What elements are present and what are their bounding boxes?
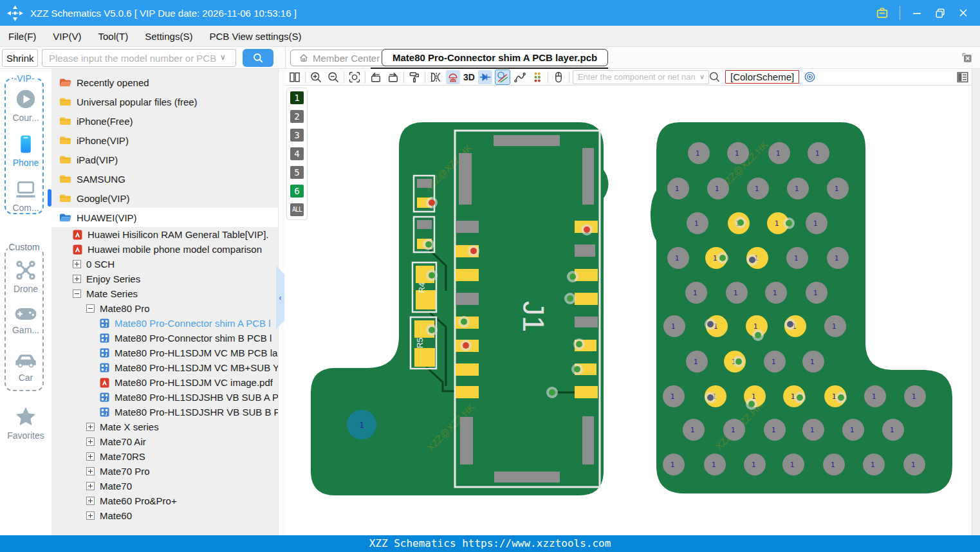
via-green[interactable] — [719, 255, 726, 261]
tree-item[interactable]: Mate80 Pro-HL1SDJSHB VB SUB A P — [51, 390, 278, 405]
net-search-input[interactable] — [573, 70, 709, 84]
via-green[interactable] — [574, 366, 580, 373]
tree-item[interactable]: Mate70 — [51, 479, 278, 493]
via-green[interactable] — [569, 273, 576, 280]
close-all-tabs-button[interactable] — [961, 51, 974, 64]
minimize-button[interactable] — [911, 6, 923, 19]
shrink-button[interactable]: Shrink — [2, 49, 38, 67]
menu-settings[interactable]: Settings(S) — [136, 26, 201, 47]
tree-item[interactable]: Mate80 Pro-Connector shim A PCB l — [51, 316, 278, 331]
layer-panel-toggle-button[interactable] — [956, 70, 970, 84]
sidebar-item-car[interactable]: Car — [0, 352, 51, 383]
tree-item[interactable]: Huawei mobile phone model comparison — [51, 242, 278, 257]
pcb-pad[interactable] — [456, 221, 479, 233]
via-green[interactable] — [786, 220, 792, 226]
pcb-pad-bar[interactable] — [582, 148, 594, 205]
tree-item[interactable]: Universal popular files (free) — [51, 92, 278, 111]
layer-button-6[interactable]: 6 — [290, 185, 304, 198]
mouse-settings-button[interactable] — [551, 70, 566, 84]
tree-item[interactable]: Mate80 Pro-Connector shim B PCB l — [51, 331, 278, 345]
highlight-lamp-button[interactable] — [446, 70, 460, 84]
restore-button[interactable] — [934, 6, 947, 19]
tree-item[interactable]: Mate X series — [51, 419, 278, 434]
rotate-left-button[interactable] — [369, 70, 383, 84]
via-green[interactable] — [549, 389, 555, 396]
via-green[interactable] — [461, 318, 467, 325]
paint-roller-button[interactable] — [407, 70, 421, 84]
tree-item[interactable]: Mate80 Pro-HL1SDJM VC MB+SUB Y — [51, 360, 278, 375]
via-green[interactable] — [748, 401, 755, 407]
pcb-pad[interactable] — [575, 317, 598, 327]
pcb-pad-bar[interactable] — [459, 153, 472, 205]
via-green[interactable] — [576, 341, 582, 347]
search-button[interactable] — [243, 49, 273, 67]
sidebar-item-drone[interactable]: Drone — [0, 259, 51, 294]
active-pcb-tab[interactable]: Mate80 Pro-Connector shim A PCB layer.pc… — [382, 49, 608, 66]
via-red[interactable] — [584, 226, 590, 233]
sidebar-item-game[interactable]: Gam... — [0, 306, 51, 335]
pcb-canvas[interactable]: 123456ALL XZZ@XZZ.HKXZZ@XZZ.HKXZZ@XZZ.HK… — [285, 86, 972, 535]
sidebar-item-favorites[interactable]: Favorites — [0, 405, 51, 441]
via-green[interactable] — [737, 219, 744, 226]
layer-button-4[interactable]: 4 — [290, 147, 304, 160]
via-green[interactable] — [755, 332, 761, 338]
curve-button[interactable] — [513, 70, 527, 84]
fit-screen-button[interactable] — [347, 70, 362, 84]
via-green[interactable] — [735, 358, 742, 365]
close-button[interactable] — [957, 6, 970, 19]
colorscheme-button[interactable]: [ColorScheme] — [725, 70, 799, 84]
tree-item[interactable]: SAMSUNG — [51, 169, 278, 189]
mirror-button[interactable] — [429, 70, 443, 84]
color-dots-button[interactable] — [530, 70, 544, 84]
tree-item[interactable]: Mate70 Air — [51, 434, 278, 449]
menu-tool[interactable]: Tool(T) — [90, 26, 137, 47]
pcb-pad[interactable] — [575, 293, 598, 305]
tree-item[interactable]: Mate80 Pro-HL1SDJM VC MB PCB la — [51, 345, 278, 360]
split-view-button[interactable] — [288, 70, 302, 84]
pcb-pad[interactable] — [456, 386, 479, 398]
pcb-pad[interactable] — [456, 293, 479, 305]
layer-button-1[interactable]: 1 — [290, 91, 304, 104]
pcb-pad-bar[interactable] — [494, 135, 560, 146]
via-green[interactable] — [429, 272, 435, 279]
via-green[interactable] — [838, 394, 844, 401]
menu-file[interactable]: File(F) — [0, 26, 44, 47]
pcb-pad[interactable] — [456, 363, 479, 376]
via-dark[interactable] — [749, 257, 755, 263]
pcb-pad[interactable] — [456, 269, 479, 281]
via-red[interactable] — [463, 342, 469, 349]
tree-item[interactable]: Mate80 Pro-HL1SDJSHR VB SUB B P — [51, 405, 278, 419]
layer-button-5[interactable]: 5 — [290, 166, 304, 179]
briefcase-icon[interactable] — [875, 6, 889, 20]
via-dark[interactable] — [707, 394, 714, 401]
via-red[interactable] — [429, 199, 435, 206]
tree-item[interactable]: Mate60 — [51, 508, 278, 523]
tree-item[interactable]: Recently opened — [51, 73, 278, 92]
tree-item[interactable]: Mate Series — [51, 286, 278, 301]
via-green[interactable] — [797, 394, 803, 401]
sidebar-item-phone[interactable]: Phone — [0, 133, 51, 168]
tree-item[interactable]: Mate60 Pro&Pro+ — [51, 493, 278, 508]
tree-item[interactable]: iPhone(Free) — [51, 111, 278, 131]
tree-item[interactable]: Mate70RS — [51, 449, 278, 464]
rotate-right-button[interactable] — [386, 70, 400, 84]
via-dark[interactable] — [787, 321, 793, 327]
pcb-pad[interactable] — [575, 386, 598, 398]
via-red[interactable] — [470, 248, 477, 254]
tree-item[interactable]: iPhone(VIP) — [51, 131, 278, 150]
tree-item[interactable]: iPad(VIP) — [51, 150, 278, 169]
menu-vip[interactable]: VIP(V) — [44, 26, 89, 47]
pcb-pad-bar[interactable] — [460, 417, 473, 465]
sidebar-item-computer[interactable]: Com... — [0, 179, 51, 213]
via-green[interactable] — [567, 295, 573, 302]
layer-button-2[interactable]: 2 — [290, 110, 304, 123]
sidebar-item-course[interactable]: Cour... — [0, 88, 51, 123]
tree-item[interactable]: Mate80 Pro-HL1SDJM VC image.pdf — [51, 375, 278, 390]
diode-button[interactable] — [478, 70, 492, 84]
3d-view-button[interactable]: 3D — [463, 72, 475, 82]
eye-button[interactable] — [802, 70, 817, 84]
pcb-pad[interactable] — [417, 220, 432, 229]
pcb-drawing[interactable]: XZZ@XZZ.HKXZZ@XZZ.HKXZZ@XZZ.HKXZZ@XZZ.HK… — [285, 86, 972, 535]
via-green[interactable] — [425, 241, 432, 248]
model-search-input[interactable] — [42, 49, 236, 67]
